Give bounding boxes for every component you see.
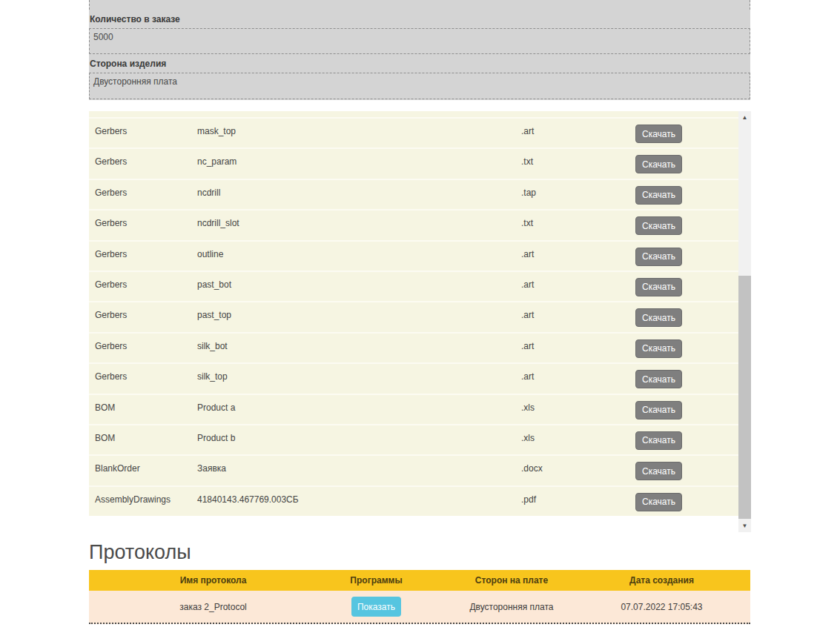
scrollbar-thumb[interactable] — [738, 276, 751, 519]
file-extension: .art — [521, 242, 626, 271]
cropped-field-top — [89, 0, 750, 10]
download-button[interactable]: Скачать — [635, 125, 682, 143]
file-actions: Скачать — [626, 272, 738, 301]
file-row: Gerbers silk_top .art Скачать — [89, 362, 738, 393]
file-actions: Скачать — [626, 364, 738, 393]
order-fields: Количество в заказе 5000 Сторона изделия… — [89, 10, 750, 99]
file-row: Gerbers outline .art Скачать — [89, 240, 738, 271]
file-category: Gerbers — [89, 149, 197, 178]
file-extension: .txt — [521, 210, 626, 239]
file-name: past_top — [197, 302, 521, 331]
file-row: Gerbers past_bot .art Скачать — [89, 271, 738, 301]
file-row: BlankOrder Заявка .docx Скачать — [89, 454, 738, 485]
protocol-sides: Двусторонняя плата — [415, 602, 608, 612]
file-category: Gerbers — [89, 334, 197, 362]
file-extension: .art — [521, 272, 626, 301]
file-actions: Скачать — [626, 302, 738, 331]
vertical-scrollbar[interactable]: ▲ ▼ — [738, 111, 751, 532]
scroll-down-icon[interactable]: ▼ — [738, 520, 751, 532]
download-button[interactable]: Скачать — [635, 155, 682, 173]
protocols-title: Протоколы — [89, 541, 191, 563]
file-category: BlankOrder — [89, 456, 197, 485]
file-actions: Скачать — [626, 395, 738, 424]
file-actions: Скачать — [626, 456, 738, 485]
file-actions: Скачать — [626, 180, 738, 209]
file-actions: Скачать — [626, 242, 738, 271]
file-extension: .art — [521, 364, 626, 393]
download-button[interactable]: Скачать — [635, 248, 682, 266]
protocols-header-cell: Дата создания — [608, 575, 715, 586]
file-row: Gerbers ncdrill .tap Скачать — [89, 179, 738, 209]
file-row: Gerbers mask_top .art Скачать — [89, 117, 738, 147]
field-value: 5000 — [89, 28, 750, 54]
file-category: Gerbers — [89, 242, 197, 271]
download-button[interactable]: Скачать — [635, 278, 682, 296]
download-button[interactable]: Скачать — [635, 216, 682, 235]
file-extension: .xls — [521, 425, 626, 454]
file-actions: Скачать — [626, 487, 738, 516]
file-row: Gerbers silk_bot .art Скачать — [89, 332, 738, 362]
file-extension: .docx — [521, 456, 626, 485]
file-name: Product a — [197, 395, 521, 424]
file-row: AssemblyDrawings 41840143.467769.003СБ .… — [89, 485, 738, 516]
order-details-panel: Количество в заказе 5000 Сторона изделия… — [89, 0, 750, 100]
download-button[interactable]: Скачать — [635, 493, 682, 511]
file-extension: .art — [521, 302, 626, 331]
files-list: Gerbers mask_top .art Скачать Gerbers nc… — [89, 117, 751, 516]
file-name: outline — [197, 242, 521, 271]
protocol-created: 07.07.2022 17:05:43 — [608, 602, 715, 612]
download-button[interactable]: Скачать — [635, 308, 682, 327]
file-category: Gerbers — [89, 302, 197, 331]
download-button[interactable]: Скачать — [635, 339, 682, 358]
file-name: Заявка — [197, 456, 521, 485]
download-button[interactable]: Скачать — [635, 186, 682, 205]
file-extension: .art — [521, 334, 626, 362]
file-category: AssemblyDrawings — [89, 487, 197, 516]
file-row: Gerbers nc_param .txt Скачать — [89, 147, 738, 178]
protocol-name: заказ 2_Protocol — [89, 602, 337, 612]
file-category: Gerbers — [89, 364, 197, 393]
file-extension: .tap — [521, 180, 626, 209]
file-extension: .pdf — [521, 487, 626, 516]
protocols-header-cell: Имя протокола — [89, 575, 337, 586]
download-button[interactable]: Скачать — [635, 401, 682, 420]
order-page: Количество в заказе 5000 Сторона изделия… — [0, 0, 840, 630]
protocols-header-cell: Программы — [337, 575, 415, 586]
download-button[interactable]: Скачать — [635, 462, 682, 480]
file-actions: Скачать — [626, 425, 738, 454]
file-category: BOM — [89, 395, 197, 424]
show-button[interactable]: Показать — [351, 597, 401, 617]
file-name: 41840143.467769.003СБ — [197, 487, 521, 516]
protocol-row: заказ 2_Protocol Показать Двусторонняя п… — [89, 591, 750, 624]
protocol-programs: Показать — [337, 597, 415, 617]
files-scroll-area: Gerbers mask_top .art Скачать Gerbers nc… — [89, 111, 751, 532]
file-extension: .xls — [521, 395, 626, 424]
file-name: silk_top — [197, 364, 521, 393]
file-row: Gerbers ncdrill_slot .txt Скачать — [89, 209, 738, 239]
file-name: nc_param — [197, 149, 521, 178]
file-name: past_bot — [197, 272, 521, 301]
field-label: Сторона изделия — [89, 54, 750, 73]
protocols-table: Имя протокола Программы Сторон на плате … — [89, 570, 750, 624]
file-category: Gerbers — [89, 119, 197, 147]
file-row: BOM Product a .xls Скачать — [89, 394, 738, 424]
file-name: ncdrill_slot — [197, 210, 521, 239]
order-field: Количество в заказе 5000 — [89, 10, 750, 54]
field-value: Двусторонняя плата — [89, 73, 750, 99]
protocols-header-row: Имя протокола Программы Сторон на плате … — [89, 570, 750, 591]
protocols-header-cell: Сторон на плате — [415, 575, 608, 586]
file-name: mask_top — [197, 119, 521, 147]
file-category: Gerbers — [89, 210, 197, 239]
download-button[interactable]: Скачать — [635, 370, 682, 388]
download-button[interactable]: Скачать — [635, 431, 682, 450]
protocols-rows: заказ 2_Protocol Показать Двусторонняя п… — [89, 591, 750, 624]
file-name: ncdrill — [197, 180, 521, 209]
file-extension: .art — [521, 119, 626, 147]
file-actions: Скачать — [626, 210, 738, 239]
file-category: BOM — [89, 425, 197, 454]
partial-row-top — [89, 111, 738, 117]
scroll-up-icon[interactable]: ▲ — [738, 111, 751, 124]
file-name: Product b — [197, 425, 521, 454]
file-category: Gerbers — [89, 272, 197, 301]
file-actions: Скачать — [626, 149, 738, 178]
